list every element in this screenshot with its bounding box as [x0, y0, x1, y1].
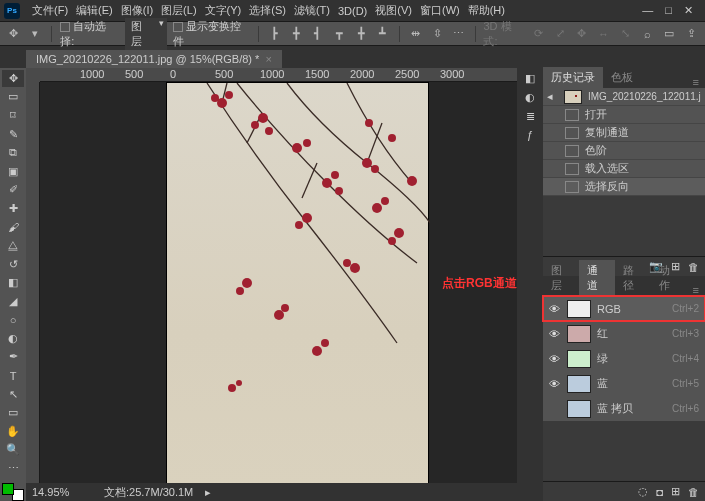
history-step[interactable]: 色阶: [543, 142, 705, 160]
distribute-h-icon[interactable]: ⇹: [408, 26, 424, 42]
slide-3d-icon[interactable]: ↔: [596, 26, 612, 42]
show-transform-checkbox[interactable]: 显示变换控件: [173, 19, 250, 49]
dodge-tool[interactable]: ◐: [2, 330, 24, 347]
align-right-icon[interactable]: ┫: [310, 26, 326, 42]
tab-swatches[interactable]: 色板: [603, 67, 641, 88]
history-panel-menu-icon[interactable]: ≡: [687, 76, 705, 88]
history-brush-tool[interactable]: ↺: [2, 256, 24, 273]
pen-tool[interactable]: ✒: [2, 349, 24, 366]
channel-row[interactable]: 👁绿Ctrl+4: [543, 346, 705, 371]
auto-select-checkbox[interactable]: 自动选择:: [60, 19, 119, 49]
orbit-3d-icon[interactable]: ⟳: [531, 26, 547, 42]
tab-channels[interactable]: 通道: [579, 260, 615, 296]
foreground-swatch[interactable]: [2, 483, 14, 495]
color-swatches[interactable]: [2, 483, 24, 501]
visibility-eye-icon[interactable]: 👁: [549, 353, 561, 365]
roll-3d-icon[interactable]: ⤢: [552, 26, 568, 42]
tab-paths[interactable]: 路径: [615, 260, 651, 296]
document-tab[interactable]: IMG_20210226_122011.jpg @ 15%(RGB/8) * ×: [26, 50, 282, 68]
visibility-eye-icon[interactable]: 👁: [549, 378, 561, 390]
search-icon[interactable]: ⌕: [639, 26, 655, 42]
eyedropper-tool[interactable]: ✐: [2, 181, 24, 198]
channel-row[interactable]: 👁红Ctrl+3: [543, 321, 705, 346]
visibility-eye-icon[interactable]: 👁: [549, 303, 561, 315]
panel-adjust-icon[interactable]: ◐: [525, 91, 535, 104]
menu-layer[interactable]: 图层(L): [161, 3, 196, 18]
crop-tool[interactable]: ⧉: [2, 144, 24, 161]
status-flyout-icon[interactable]: ▸: [205, 486, 211, 499]
history-step[interactable]: 复制通道: [543, 124, 705, 142]
tab-actions[interactable]: 动作: [651, 260, 687, 296]
move-tool[interactable]: ✥: [2, 70, 24, 87]
close-tab-icon[interactable]: ×: [265, 53, 271, 65]
menu-view[interactable]: 视图(V): [375, 3, 412, 18]
menu-3d[interactable]: 3D(D): [338, 5, 367, 17]
workspace-icon[interactable]: ▭: [661, 26, 677, 42]
channel-row[interactable]: 👁RGBCtrl+2: [543, 296, 705, 321]
more-align-icon[interactable]: ⋯: [451, 26, 467, 42]
auto-select-dropdown[interactable]: 图层: [125, 18, 167, 50]
healing-tool[interactable]: ✚: [2, 200, 24, 217]
blur-tool[interactable]: ○: [2, 312, 24, 329]
zoom-tool[interactable]: 🔍: [2, 442, 24, 459]
load-selection-icon[interactable]: ◌: [638, 485, 648, 498]
marquee-tool[interactable]: ▭: [2, 89, 24, 106]
menu-filter[interactable]: 滤镜(T): [294, 3, 330, 18]
delete-state-icon[interactable]: 🗑: [688, 261, 699, 273]
canvas-area[interactable]: 1000 500 0 500 1000 1500 2000 2500 3000: [26, 68, 517, 501]
maximize-icon[interactable]: □: [665, 4, 672, 17]
scale-3d-icon[interactable]: ⤡: [617, 26, 633, 42]
menu-select[interactable]: 选择(S): [249, 3, 286, 18]
pan-3d-icon[interactable]: ✥: [574, 26, 590, 42]
stamp-tool[interactable]: ⧋: [2, 237, 24, 254]
path-select-tool[interactable]: ↖: [2, 386, 24, 403]
align-left-icon[interactable]: ┣: [267, 26, 283, 42]
edit-toolbar[interactable]: ⋯: [2, 460, 24, 477]
lasso-tool[interactable]: ⌑: [2, 107, 24, 124]
save-selection-icon[interactable]: ◘: [656, 486, 663, 498]
panel-props-icon[interactable]: ≣: [526, 110, 535, 123]
menu-image[interactable]: 图像(I): [121, 3, 153, 18]
menu-type[interactable]: 文字(Y): [205, 3, 242, 18]
frame-tool[interactable]: ▣: [2, 163, 24, 180]
quick-select-tool[interactable]: ✎: [2, 126, 24, 143]
history-step[interactable]: 选择反向: [543, 178, 705, 196]
menu-edit[interactable]: 编辑(E): [76, 3, 113, 18]
chevron-down-icon[interactable]: ▾: [28, 26, 44, 42]
svg-point-12: [371, 165, 379, 173]
history-source-row[interactable]: ◂ IMG_20210226_122011.jpg: [543, 88, 705, 106]
type-tool[interactable]: T: [2, 367, 24, 384]
close-icon[interactable]: ✕: [684, 4, 693, 17]
align-bottom-icon[interactable]: ┻: [375, 26, 391, 42]
tab-layers[interactable]: 图层: [543, 260, 579, 296]
channel-row[interactable]: 蓝 拷贝Ctrl+6: [543, 396, 705, 421]
channel-row[interactable]: 👁蓝Ctrl+5: [543, 371, 705, 396]
tab-history[interactable]: 历史记录: [543, 67, 603, 88]
svg-point-9: [331, 171, 339, 179]
panel-styles-icon[interactable]: ƒ: [527, 129, 533, 141]
eraser-tool[interactable]: ◧: [2, 274, 24, 291]
gradient-tool[interactable]: ◢: [2, 293, 24, 310]
history-step[interactable]: 载入选区: [543, 160, 705, 178]
delete-channel-icon[interactable]: 🗑: [688, 486, 699, 498]
minimize-icon[interactable]: —: [642, 4, 653, 17]
align-center-v-icon[interactable]: ╋: [353, 26, 369, 42]
document-image[interactable]: [166, 82, 429, 499]
svg-point-13: [372, 203, 382, 213]
align-top-icon[interactable]: ┳: [332, 26, 348, 42]
zoom-readout[interactable]: 14.95%: [32, 486, 92, 498]
align-center-h-icon[interactable]: ╋: [288, 26, 304, 42]
hand-tool[interactable]: ✋: [2, 423, 24, 440]
distribute-v-icon[interactable]: ⇳: [429, 26, 445, 42]
brush-tool[interactable]: 🖌: [2, 219, 24, 236]
channels-panel-menu-icon[interactable]: ≡: [687, 284, 705, 296]
panel-color-icon[interactable]: ◧: [525, 72, 535, 85]
visibility-eye-icon[interactable]: 👁: [549, 328, 561, 340]
menu-file[interactable]: 文件(F): [32, 3, 68, 18]
shape-tool[interactable]: ▭: [2, 404, 24, 421]
share-icon[interactable]: ⇪: [683, 26, 699, 42]
menu-help[interactable]: 帮助(H): [468, 3, 505, 18]
new-channel-icon[interactable]: ⊞: [671, 485, 680, 498]
history-step[interactable]: 打开: [543, 106, 705, 124]
menu-window[interactable]: 窗口(W): [420, 3, 460, 18]
